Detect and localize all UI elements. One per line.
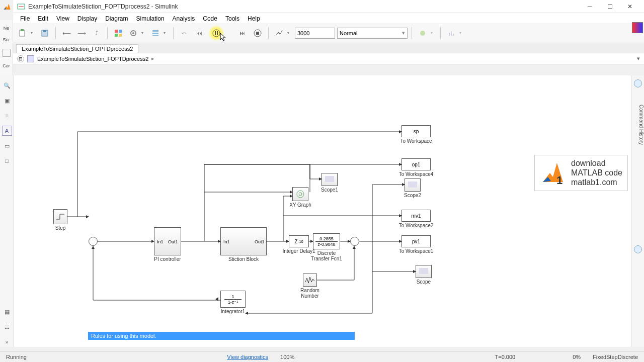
model-canvas[interactable]: Step In1 Out1 PI controller In1 Out1 Sti… [14, 75, 631, 347]
svg-text:1: 1 [556, 174, 562, 187]
breadcrumb-root[interactable]: ExampleToSimulateStiction_FOPTDprocess2 [37, 56, 148, 62]
new-model-button[interactable] [16, 27, 29, 40]
host-txt-cor: Cor [3, 63, 10, 68]
model-explorer-button[interactable] [149, 27, 162, 40]
breadcrumb-dropdown[interactable]: ▾ [637, 55, 640, 62]
label-random: Random Number [295, 288, 325, 299]
sim-mode-select[interactable]: Normal▾ [337, 28, 408, 39]
library-browser-button[interactable] [112, 27, 125, 40]
stop-button[interactable] [251, 27, 264, 40]
side-panel[interactable]: Command History [631, 75, 644, 347]
status-progress: 0% [567, 354, 587, 360]
watermark: 1 download MATLAB code matlab1.com [534, 155, 628, 191]
side-panel-icon2[interactable] [634, 245, 642, 253]
align-tool[interactable]: ≡ [2, 111, 12, 121]
status-bar: Running View diagnostics 100% T=0.000 0%… [0, 351, 644, 362]
integrator-den: 1-z⁻¹ [228, 300, 238, 305]
svg-rect-6 [119, 30, 122, 33]
svg-rect-15 [215, 31, 216, 35]
dtf-num: 0.2855 [319, 236, 334, 241]
zoom-tool[interactable]: 🔍 [2, 80, 12, 90]
fit-tool[interactable]: ▣ [2, 96, 12, 106]
svg-rect-27 [419, 268, 428, 274]
pi-in-port: In1 [157, 239, 164, 244]
wm-line2: MATLAB code [571, 168, 622, 177]
label-stiction: Stiction Block [228, 256, 259, 262]
label-xy: XY Graph [289, 202, 311, 208]
block-step[interactable] [53, 209, 67, 224]
block-scope2[interactable] [405, 178, 421, 192]
image-tool[interactable]: ▭ [2, 141, 12, 151]
block-discrete-tf[interactable]: 0.2855 z-0.9048 [313, 233, 340, 249]
block-random[interactable] [303, 274, 317, 287]
host-txt-scr: Scr [3, 37, 10, 42]
menu-analysis[interactable]: Analysis [169, 15, 199, 22]
model-note-banner[interactable]: Rules for using this model. [88, 332, 355, 340]
menu-help[interactable]: Help [244, 15, 264, 22]
integrator-out-arrow [215, 297, 218, 301]
build-button[interactable] [416, 27, 429, 40]
stop-time-input[interactable] [295, 28, 335, 39]
menu-tools[interactable]: Tools [221, 15, 244, 22]
integrator-num: 1 [231, 294, 234, 299]
pi-out-port: Out1 [168, 239, 178, 244]
close-button[interactable]: ✕ [620, 1, 640, 13]
block-sum2[interactable] [350, 237, 359, 246]
overview-tool[interactable]: ▦ [2, 307, 12, 317]
up-button[interactable]: ⤴ [90, 27, 103, 40]
menu-view[interactable]: View [52, 15, 73, 22]
back-button[interactable]: ⟵ [60, 27, 73, 40]
model-root-icon[interactable] [27, 55, 34, 62]
block-scope[interactable] [416, 265, 432, 278]
block-sum1[interactable] [89, 237, 98, 246]
minimize-button[interactable]: ─ [580, 1, 600, 13]
label-sp: To Workspace [400, 138, 432, 144]
save-button[interactable] [38, 27, 51, 40]
expand-tool[interactable]: » [2, 337, 12, 347]
menu-code[interactable]: Code [199, 15, 221, 22]
menu-simulation[interactable]: Simulation [132, 15, 169, 22]
label-scope: Scope [417, 279, 431, 285]
block-scope1[interactable] [321, 173, 338, 186]
step-back-button[interactable]: ⤺ [178, 27, 191, 40]
model-tab[interactable]: ExampleToSimulateStiction_FOPTDprocess2 [16, 44, 138, 53]
status-sim-time: T=0.000 [489, 354, 522, 360]
dtf-den: z-0.9048 [317, 242, 335, 247]
toolbar: ⟵ ⟶ ⤴ ⤺ ⏮ ⏭ Normal▾ [13, 24, 644, 42]
matlab-logo-icon: 1 [540, 159, 568, 187]
maximize-button[interactable]: ☐ [600, 1, 620, 13]
menu-bar: File Edit View Display Diagram Simulatio… [13, 13, 644, 24]
annotate-tool[interactable]: A [2, 126, 12, 136]
dashboard-button[interactable] [445, 27, 458, 40]
block-integrator[interactable]: 1 1-z⁻¹ [220, 291, 246, 308]
status-zoom[interactable]: 100% [274, 354, 300, 360]
status-view-diagnostics[interactable]: View diagnostics [221, 354, 274, 360]
host-icon [3, 49, 11, 57]
block-integer-delay[interactable]: Z-10 [289, 235, 309, 247]
block-xy-graph[interactable] [292, 187, 308, 201]
svg-point-19 [420, 31, 425, 36]
area-tool[interactable]: □ [2, 156, 12, 166]
config-button[interactable] [127, 27, 140, 40]
label-scope1: Scope1 [321, 187, 338, 193]
tab-strip: ExampleToSimulateStiction_FOPTDprocess2 [13, 42, 644, 53]
menu-edit[interactable]: Edit [34, 15, 52, 22]
collapse-button[interactable]: ⊟ [17, 55, 24, 62]
block-mv1[interactable]: mv1 [401, 210, 431, 222]
ribbon-overflow-icon[interactable] [632, 22, 643, 33]
block-pv1[interactable]: pv1 [401, 235, 431, 247]
signal-logging-button[interactable] [273, 27, 286, 40]
block-sp[interactable]: sp [401, 125, 431, 137]
svg-rect-11 [152, 30, 158, 32]
cursor-icon [220, 33, 227, 42]
menu-display[interactable]: Display [73, 15, 101, 22]
step-next-button[interactable]: ⏭ [236, 27, 249, 40]
signal-lines [14, 75, 631, 347]
restore-panel-icon[interactable] [634, 79, 642, 87]
layers-tool[interactable]: ☷ [2, 322, 12, 332]
menu-diagram[interactable]: Diagram [101, 15, 132, 22]
forward-button[interactable]: ⟶ [75, 27, 88, 40]
step-prev-button[interactable]: ⏮ [193, 27, 206, 40]
menu-file[interactable]: File [16, 15, 34, 22]
block-op1[interactable]: op1 [401, 158, 431, 170]
